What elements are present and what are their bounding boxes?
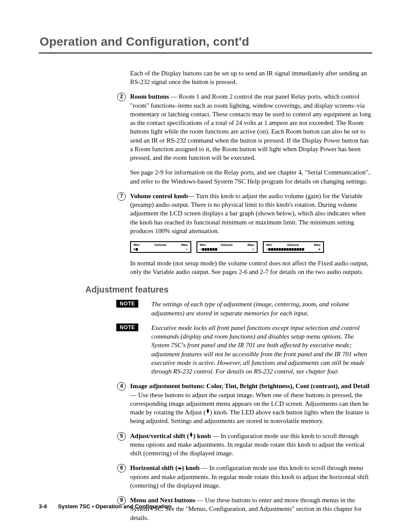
item-6-body: Horizontal shift (◂▸) knob — In configur… — [130, 464, 372, 490]
callout-5: 5 — [117, 432, 126, 441]
arrow-right-icon: ▹ — [252, 247, 255, 251]
arrow-left-icon: ◃ — [199, 247, 202, 251]
note-2: NOTE Executive mode locks all front pane… — [151, 324, 372, 376]
up-down-icon: ▲▼ — [206, 408, 210, 414]
title-rule — [39, 53, 372, 53]
normal-mode-paragraph: In normal mode (not setup mode) the volu… — [130, 259, 372, 277]
note-badge: NOTE — [116, 324, 138, 331]
item-2-see: See page 2-9 for information on the Rela… — [130, 168, 372, 186]
lcd-vol-label: Volume — [221, 243, 233, 248]
note-1-text: The settings of each type of adjustment … — [151, 300, 372, 317]
item-4-label: Image adjustment buttons: Color, Tint, B… — [130, 383, 370, 389]
callout-7: 7 — [117, 192, 126, 201]
page: Operation and Configuration, cont'd Each… — [0, 0, 411, 532]
intro-paragraph: Each of the Display buttons can be set u… — [130, 69, 372, 87]
footer-title: System 7SC • Operation and Configuration — [58, 503, 171, 510]
item-hshift: 6 Horizontal shift (◂▸) knob — In config… — [130, 464, 372, 490]
arrow-right-icon: ▹ — [186, 247, 188, 251]
item-7-body: Volume control knob— Turn this knob to a… — [130, 192, 372, 235]
lcd-vol-label: Volume — [287, 243, 299, 248]
item-volume-knob: 7 Volume control knob— Turn this knob to… — [130, 192, 372, 235]
callout-6: 6 — [117, 464, 126, 473]
lcd-min: MinVolumeMax ◂▹ — [130, 241, 191, 253]
up-down-icon: ▲▼ — [189, 432, 193, 437]
note-2-text: Executive mode locks all front panel fun… — [151, 324, 372, 376]
arrow-left-icon: ◃ — [266, 247, 268, 251]
body-column: Each of the Display buttons can be set u… — [130, 69, 372, 277]
body-column-3: 4 Image adjustment buttons: Color, Tint,… — [130, 382, 372, 522]
item-5-label-a: Adjust/vertical shift ( — [130, 432, 189, 439]
callout-2: 2 — [117, 93, 126, 101]
item-2-text: — Room 1 and Room 2 control the rear pan… — [130, 93, 371, 161]
page-title: Operation and Configuration, cont'd — [40, 34, 372, 50]
callout-4: 4 — [117, 382, 126, 391]
section-heading: Adjustment features — [85, 284, 372, 296]
item-5-label-b: ) knob — [193, 432, 211, 439]
item-room-buttons: 2 Room buttons — Room 1 and Room 2 contr… — [130, 92, 372, 162]
item-2-body: Room buttons — Room 1 and Room 2 control… — [130, 92, 372, 162]
arrow-right-icon: ▸ — [319, 247, 321, 251]
item-image-adjust: 4 Image adjustment buttons: Color, Tint,… — [130, 382, 372, 425]
item-7-label: Volume control knob — [130, 193, 188, 199]
item-4-body: Image adjustment buttons: Color, Tint, B… — [130, 382, 372, 425]
note-badge: NOTE — [116, 300, 138, 308]
item-6-label-b: ) knob — [182, 464, 199, 471]
left-right-icon: ◂▸ — [177, 465, 182, 471]
lcd-mid: MinVolumeMax ◃▹ — [196, 241, 258, 253]
item-6-label-a: Horizontal shift ( — [130, 464, 177, 471]
lcd-max: MinVolumeMax ◃▸ — [263, 241, 324, 253]
item-adjust-vshift: 5 Adjust/vertical shift (▲▼) knob — In c… — [130, 432, 372, 458]
lcd-screens: MinVolumeMax ◂▹ MinVolumeMax ◃▹ MinVolum… — [130, 241, 372, 253]
body-column-2: NOTE The settings of each type of adjust… — [151, 300, 372, 376]
page-number: 3-4 — [39, 503, 47, 510]
page-footer: 3-4 System 7SC • Operation and Configura… — [39, 503, 171, 510]
lcd-vol-label: Volume — [154, 243, 166, 248]
item-2-label: Room buttons — [130, 93, 169, 100]
arrow-left-icon: ◂ — [133, 247, 135, 251]
note-1: NOTE The settings of each type of adjust… — [151, 300, 372, 317]
item-5-body: Adjust/vertical shift (▲▼) knob — In con… — [130, 432, 372, 458]
